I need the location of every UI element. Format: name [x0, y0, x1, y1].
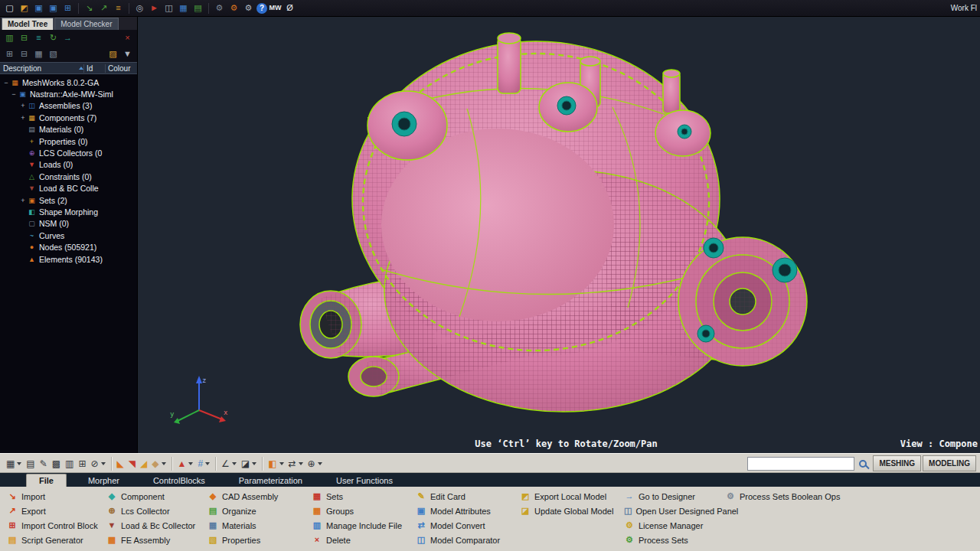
orient-cube-icon[interactable]: ◧: [266, 456, 286, 471]
open-folder-icon[interactable]: ◩: [18, 2, 31, 15]
menu-fe-assembly[interactable]: ▦ FE Assembly: [100, 533, 201, 547]
tree-expander-icon[interactable]: +: [19, 102, 27, 109]
gear-orange-icon[interactable]: ⚙: [227, 2, 240, 15]
label-nodes-icon[interactable]: #: [195, 456, 212, 471]
gear-dark-icon[interactable]: ⚙: [213, 2, 226, 15]
tree-item-meshworks-root[interactable]: − ▦ MeshWorks 8.0.2-GA: [0, 77, 137, 88]
quality-error-icon[interactable]: ◥: [126, 456, 138, 471]
tree-item-nastran-model[interactable]: − ▣ Nastran::Axle-MW-Siml: [0, 88, 137, 99]
power-icon[interactable]: Ø: [283, 2, 296, 15]
close-panel-icon[interactable]: ×: [122, 32, 133, 44]
menu-export[interactable]: ↗ Export: [0, 504, 100, 518]
tree-item-nsm[interactable]: ▢ NSM (0): [0, 218, 137, 230]
menu-model-attributes[interactable]: ▣ Model Attributes: [409, 504, 513, 518]
save-icon[interactable]: ▣: [32, 2, 45, 15]
tree-item-curves[interactable]: ~ Curves: [0, 230, 137, 241]
menu-materials[interactable]: ▦ Materials: [201, 518, 305, 533]
tree-item-constraints[interactable]: △ Constraints (0): [0, 171, 137, 182]
quality-warn-icon[interactable]: ◣: [115, 456, 126, 471]
tree-item-assemblies[interactable]: + ◫ Assemblies (3): [0, 100, 137, 112]
modeling-mode-button[interactable]: MODELING: [923, 455, 976, 471]
search-input[interactable]: [747, 457, 854, 471]
tree-item-load-bc-collectors[interactable]: ▼ Load & BC Colle: [0, 183, 137, 194]
export-model-icon[interactable]: ↗: [97, 2, 110, 15]
column-id[interactable]: Id: [83, 64, 105, 73]
menu-import-control-block[interactable]: ⊞ Import Control Block: [0, 518, 100, 533]
isolate-view-icon[interactable]: ▧: [47, 48, 59, 60]
collapse-all-icon[interactable]: ⊞: [4, 48, 15, 60]
annotate-icon[interactable]: ✎: [38, 456, 50, 471]
tree-expander-icon[interactable]: −: [2, 79, 10, 86]
tab-parameterization[interactable]: Parameterization: [227, 474, 315, 487]
menu-process-sets-boolean-ops[interactable]: ⚙ Process Sets Boolean Ops: [718, 489, 887, 504]
report-table-icon[interactable]: ▦: [177, 2, 190, 15]
tree-item-properties[interactable]: + Properties (0): [0, 135, 137, 147]
export-tree-icon[interactable]: →: [62, 32, 74, 44]
import-model-icon[interactable]: ↘: [83, 2, 96, 15]
tree-item-lcs-collectors[interactable]: ⊕ LCS Collectors (0: [0, 147, 137, 158]
menu-sets[interactable]: ▦ Sets: [305, 489, 409, 504]
sync-selection-icon[interactable]: ≡: [33, 32, 44, 44]
meshing-mode-button[interactable]: MESHING: [873, 455, 921, 471]
quality-pass-icon[interactable]: ◢: [138, 456, 149, 471]
tree-item-nodes[interactable]: ● Nodes (505921): [0, 241, 137, 253]
filter-icon[interactable]: ▼: [122, 48, 133, 60]
spreadsheet-icon[interactable]: ▤: [191, 2, 204, 15]
settings-gear-icon[interactable]: ⚙: [242, 2, 255, 15]
tab-model-checker[interactable]: Model Checker: [54, 18, 118, 30]
tab-model-tree[interactable]: Model Tree: [2, 18, 54, 30]
tree-view-icon[interactable]: ▥: [4, 32, 15, 44]
search-button[interactable]: [854, 456, 871, 471]
menu-process-sets[interactable]: ⚙ Process Sets: [617, 533, 718, 547]
menu-license-manager[interactable]: ⚙ License Manager: [617, 518, 718, 533]
new-file-icon[interactable]: ▢: [3, 2, 16, 15]
menu-import[interactable]: ↘ Import: [0, 489, 100, 504]
tree-expander-icon[interactable]: −: [10, 90, 18, 98]
color-mode-icon[interactable]: ▨: [107, 48, 119, 60]
tab-file[interactable]: File: [26, 474, 67, 487]
help-icon[interactable]: ?: [256, 3, 267, 14]
menu-open-user-designed-panel[interactable]: ◫ Open User Designed Panel: [617, 504, 718, 518]
view-plane-icon[interactable]: ⊕: [305, 456, 325, 471]
clear-display-icon[interactable]: ⊘: [89, 456, 108, 471]
menu-groups[interactable]: ▦ Groups: [305, 504, 409, 518]
check-elements-icon[interactable]: ▲: [175, 456, 196, 471]
menu-model-convert[interactable]: ⇄ Model Convert: [409, 518, 513, 533]
entity-list-icon[interactable]: ▤: [24, 456, 37, 471]
grid-view-icon[interactable]: ▦: [33, 48, 44, 60]
measure-angle-icon[interactable]: ∠: [219, 456, 239, 471]
tab-morpher[interactable]: Morpher: [76, 474, 132, 487]
menu-update-global-model[interactable]: ◪ Update Global Model: [513, 504, 617, 518]
tree-expander-icon[interactable]: +: [19, 114, 27, 122]
display-mode-icon[interactable]: ▦: [4, 456, 24, 471]
menu-lcs-collector[interactable]: ⊕ Lcs Collector: [100, 504, 201, 518]
tree-column-headers[interactable]: Description Id Colour: [0, 62, 137, 74]
tree-expander-icon[interactable]: +: [19, 197, 27, 204]
menu-go-to-designer[interactable]: → Go to Designer: [617, 489, 718, 504]
viewport-3d[interactable]: z x y Use ‘Ctrl’ key to Rotate/Zoom/Pan …: [138, 17, 980, 453]
menu-edit-card[interactable]: ✎ Edit Card: [409, 489, 513, 504]
video-record-icon[interactable]: ►: [148, 2, 161, 15]
menu-delete[interactable]: × Delete: [305, 533, 409, 547]
column-colour[interactable]: Colour: [105, 64, 137, 73]
save-all-icon[interactable]: ⊞: [61, 2, 74, 15]
tree-item-shape-morphing[interactable]: ◧ Shape Morphing: [0, 206, 137, 217]
tree-item-components[interactable]: + ▦ Components (7): [0, 112, 137, 123]
tree-item-materials[interactable]: ▤ Materials (0): [0, 124, 137, 135]
menu-cad-assembly[interactable]: ◆ CAD Assembly: [201, 489, 305, 504]
menu-manage-include-file[interactable]: ▥ Manage Include File: [305, 518, 409, 533]
menu-organize[interactable]: ▤ Organize: [201, 504, 305, 518]
tab-user-functions[interactable]: User Functions: [324, 474, 405, 487]
menu-script-generator[interactable]: ▤ Script Generator: [0, 533, 100, 547]
screenshot-icon[interactable]: ◎: [133, 2, 146, 15]
save-as-icon[interactable]: ▣: [47, 2, 60, 15]
tree-item-sets[interactable]: + ▣ Sets (2): [0, 194, 137, 206]
transform-icon[interactable]: ⇄: [286, 456, 305, 471]
menu-properties[interactable]: ▧ Properties: [201, 533, 305, 547]
mesh-grid-icon[interactable]: ⊞: [76, 456, 88, 471]
tree-item-loads[interactable]: ▼ Loads (0): [0, 159, 137, 171]
tab-controlblocks[interactable]: ControlBlocks: [141, 474, 217, 487]
menu-export-local-model[interactable]: ◩ Export Local Model: [513, 489, 617, 504]
shaded-mode-icon[interactable]: ▩: [50, 456, 63, 471]
expand-all-icon[interactable]: ⊟: [18, 48, 30, 60]
